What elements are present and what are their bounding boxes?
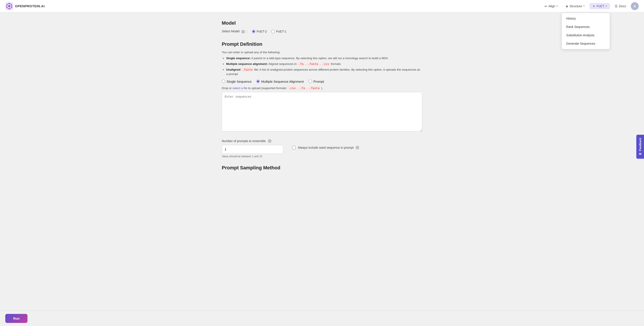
select-model-row: Select Model i : PoET-2 PoET-1 [222, 30, 422, 34]
dropdown-item-substitution-analysis[interactable]: Substitution Analysis [562, 31, 610, 39]
poet2-label: PoET-2 [257, 30, 267, 33]
brand: OPENPROTEIN.AI [5, 2, 44, 10]
single-sequence-radio[interactable] [222, 80, 225, 83]
prompts-inputs-row: Value should be between 1 and 15 Always … [222, 145, 422, 158]
poet-icon: ✦ [592, 5, 595, 8]
seed-info-icon[interactable]: i [356, 146, 359, 149]
bullet-msa-text: Aligned sequences in [268, 62, 298, 66]
prompt-radio-label: Prompt [314, 80, 324, 83]
main-content: Model Select Model i : PoET-2 PoET-1 Pro… [216, 12, 428, 188]
structure-button[interactable]: ◈ Structure ▾ [563, 3, 588, 9]
model-title: Model [222, 20, 422, 26]
format-csv: .csv [288, 86, 296, 90]
run-bar: Run [0, 310, 644, 326]
seed-row: Always include seed sequence in prompt i [292, 146, 359, 149]
svg-point-5 [11, 7, 12, 8]
bullet-msa-bold: Multiple sequence alignment: [226, 62, 268, 66]
prompt-list: Single sequence: A parent or a wild-type… [226, 56, 422, 77]
single-sequence-radio-label: Single Sequence [226, 80, 252, 83]
brand-text: OPENPROTEIN.AI [15, 4, 44, 8]
sampling-title: Prompt Sampling Method [222, 165, 422, 171]
code-fasta-2: .fasta [241, 68, 254, 72]
sampling-section: Prompt Sampling Method [222, 165, 422, 171]
logo-icon [5, 2, 13, 10]
docs-button[interactable]: ☰ Docs [612, 3, 629, 9]
align-icon: ⇌ [544, 5, 547, 8]
dropdown-item-history[interactable]: History [562, 14, 610, 23]
dropdown-item-rank-sequences[interactable]: Rank Sequences [562, 23, 610, 31]
prompt-desc: You can enter or upload any of the follo… [222, 51, 422, 54]
prompt-type-radio-group: Single Sequence Multiple Sequence Alignm… [222, 80, 422, 83]
bullet-unaligned-text: file: A list of unaligned protein sequen… [226, 68, 420, 76]
poet-chevron-icon: ▾ [606, 5, 607, 8]
bullet-single-bold: Single sequence: [226, 57, 250, 60]
prompts-ensemble-section: Number of prompts to ensemble i Value sh… [222, 139, 422, 158]
select-file-link[interactable]: select a file [232, 87, 248, 90]
select-model-info-icon[interactable]: i [241, 30, 245, 34]
feedback-icon: ✉ [638, 152, 642, 156]
bullet-single-text: A parent or a wild-type sequence. By sel… [251, 57, 388, 60]
format-fasta: .fasta [308, 86, 320, 90]
poet1-radio[interactable] [271, 30, 275, 33]
poet1-label: PoET-1 [276, 30, 286, 33]
bullet-unaligned-bold: Unaligned [226, 68, 240, 71]
bullet-unaligned: Unaligned .fasta file: A list of unalign… [226, 68, 422, 77]
prompt-radio-option[interactable]: Prompt [308, 80, 324, 83]
prompts-ensemble-input[interactable] [222, 145, 283, 154]
drop-text: Drop or select a file to upload (support… [222, 87, 422, 90]
navbar-right: ⇌ Align ▾ ◈ Structure ▾ ✦ PoET ▾ History… [541, 2, 639, 10]
multiple-alignment-radio[interactable] [256, 80, 260, 83]
feedback-tab[interactable]: ✉ Feedback [636, 135, 644, 159]
align-button[interactable]: ⇌ Align ▾ [541, 3, 561, 9]
run-button[interactable]: Run [5, 314, 28, 323]
align-chevron-icon: ▾ [556, 5, 558, 8]
poet2-radio[interactable] [252, 30, 256, 33]
svg-point-4 [11, 5, 12, 6]
multiple-alignment-radio-label: Multiple Sequence Alignment [261, 80, 304, 83]
prompt-definition-title: Prompt Definition [222, 41, 422, 47]
seed-checkbox[interactable] [292, 146, 296, 149]
svg-point-7 [6, 7, 8, 8]
svg-point-8 [6, 5, 8, 6]
structure-chevron-icon: ▾ [583, 5, 585, 8]
prompt-definition-section: Prompt Definition You can enter or uploa… [222, 41, 422, 132]
model-section: Model Select Model i : PoET-2 PoET-1 [222, 20, 422, 34]
prompts-ensemble-label: Number of prompts to ensemble i [222, 139, 422, 143]
poet-dropdown-menu: History Rank Sequences Substitution Anal… [562, 13, 610, 49]
sequences-textarea[interactable] [222, 92, 422, 132]
multiple-alignment-radio-option[interactable]: Multiple Sequence Alignment [256, 80, 304, 83]
svg-point-2 [8, 5, 10, 7]
prompts-ensemble-info-icon[interactable]: i [268, 139, 272, 143]
poet-button[interactable]: ✦ PoET ▾ [590, 3, 610, 9]
code-csv: .csv [321, 62, 330, 66]
code-fa: .fa [298, 62, 304, 66]
structure-icon: ◈ [566, 5, 568, 8]
svg-point-3 [9, 3, 10, 4]
prompts-input-wrapper: Value should be between 1 and 15 [222, 145, 283, 158]
prompt-radio[interactable] [308, 80, 312, 83]
single-sequence-radio-option[interactable]: Single Sequence [222, 80, 252, 83]
bullet-single-sequence: Single sequence: A parent or a wild-type… [226, 56, 422, 61]
poet1-radio-option[interactable]: PoET-1 [271, 30, 286, 33]
format-fa: .fa [299, 86, 306, 90]
poet-dropdown-wrapper: ✦ PoET ▾ History Rank Sequences Substitu… [590, 3, 610, 9]
docs-icon: ☰ [615, 5, 618, 8]
prompts-hint: Value should be between 1 and 15 [222, 155, 283, 158]
bullet-msa: Multiple sequence alignment: Aligned seq… [226, 62, 422, 66]
navbar: OPENPROTEIN.AI ⇌ Align ▾ ◈ Structure ▾ ✦… [0, 0, 644, 12]
avatar-button[interactable]: A [631, 2, 639, 10]
poet2-radio-option[interactable]: PoET-2 [252, 30, 267, 33]
dropdown-item-generate-sequences[interactable]: Generate Sequences [562, 39, 610, 48]
seed-label: Always include seed sequence in prompt i [298, 146, 359, 149]
svg-point-6 [9, 8, 10, 9]
code-fasta: .fasta [307, 62, 319, 66]
select-model-label: Select Model i : [222, 30, 248, 34]
